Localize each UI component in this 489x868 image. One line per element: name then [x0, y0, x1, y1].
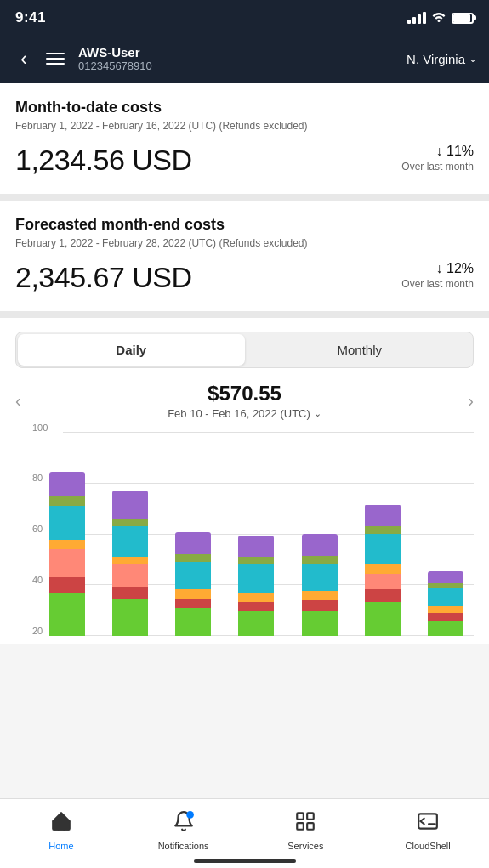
daily-toggle[interactable]: Daily	[18, 334, 245, 366]
bar-segment	[175, 608, 211, 636]
chevron-down-icon: ⌄	[469, 53, 477, 65]
app-header: ‹ AWS-User 012345678910 N. Virginia ⌄	[0, 34, 489, 83]
home-icon	[50, 810, 72, 837]
grid-icon	[294, 810, 316, 837]
home-indicator	[194, 859, 296, 863]
bar-segment	[49, 540, 85, 549]
nav-home[interactable]: Home	[0, 799, 122, 854]
bars-container	[39, 432, 474, 636]
bar-segment	[238, 593, 274, 602]
services-label: Services	[287, 841, 323, 851]
bar-segment	[365, 526, 401, 534]
mtd-percent: ↓ 11%	[401, 144, 474, 159]
mtd-over-last: Over last month	[401, 161, 474, 173]
bar-segment	[365, 505, 401, 526]
monthly-toggle[interactable]: Monthly	[247, 332, 474, 367]
bar-segment	[175, 554, 211, 562]
bar-stack	[302, 534, 338, 636]
bar-segment	[238, 536, 274, 557]
forecast-percent: ↓ 12%	[401, 261, 474, 276]
bar-stack	[175, 532, 211, 636]
bar-segment	[112, 491, 148, 519]
forecast-over-last: Over last month	[401, 278, 474, 290]
bar-segment	[112, 587, 148, 599]
period-toggle[interactable]: Daily Monthly	[15, 332, 474, 368]
bar-group	[355, 432, 411, 636]
bar-group	[228, 432, 284, 636]
bar-stack	[365, 504, 401, 636]
chart-date-chevron-icon[interactable]: ⌄	[314, 408, 321, 419]
status-time: 9:41	[15, 9, 46, 26]
svg-rect-1	[186, 811, 194, 819]
bar-group	[165, 432, 221, 636]
chart-prev-button[interactable]: ‹	[9, 384, 28, 417]
wifi-icon	[431, 10, 446, 26]
bar-segment	[175, 599, 211, 608]
bar-segment	[302, 591, 338, 600]
bar-segment	[238, 557, 274, 564]
bar-chart: 100 80 60 40 20	[0, 423, 489, 644]
notifications-label: Notifications	[158, 841, 209, 851]
chart-date-label: Feb 10 - Feb 16, 2022 (UTC)	[168, 407, 310, 420]
bar-segment	[238, 564, 274, 593]
menu-button[interactable]	[46, 53, 65, 65]
bar-segment	[428, 621, 463, 636]
bar-segment	[365, 564, 401, 574]
region-selector[interactable]: N. Virginia ⌄	[407, 52, 477, 66]
chart-amount: $570.55	[168, 382, 321, 406]
home-label: Home	[48, 841, 73, 851]
bar-segment	[238, 602, 274, 611]
bar-segment	[49, 496, 85, 506]
account-id: 012345678910	[78, 60, 396, 72]
bar-segment	[428, 606, 463, 612]
back-button[interactable]: ‹	[12, 47, 36, 71]
chart-title-block: $570.55 Feb 10 - Feb 16, 2022 (UTC) ⌄	[168, 382, 321, 420]
bar-segment	[112, 526, 148, 557]
cloudshell-label: CloudShell	[406, 841, 451, 851]
forecast-subtitle: February 1, 2022 - February 28, 2022 (UT…	[15, 237, 474, 249]
bar-segment	[175, 532, 211, 553]
bar-segment	[112, 557, 148, 564]
month-to-date-section: Month-to-date costs February 1, 2022 - F…	[0, 83, 489, 201]
bar-segment	[112, 599, 148, 636]
svg-rect-3	[308, 813, 315, 820]
mtd-subtitle: February 1, 2022 - February 16, 2022 (UT…	[15, 120, 474, 132]
signal-icon	[407, 12, 426, 24]
bar-segment	[175, 562, 211, 590]
nav-cloudshell[interactable]: CloudShell	[367, 799, 489, 854]
bar-segment	[302, 556, 338, 564]
bar-segment	[49, 593, 85, 636]
forecasted-section: Forecasted month-end costs February 1, 2…	[0, 201, 489, 318]
nav-notifications[interactable]: Notifications	[122, 799, 245, 854]
forecast-amount: 2,345.67 USD	[15, 261, 192, 294]
nav-services[interactable]: Services	[245, 799, 367, 854]
bar-segment	[302, 564, 338, 592]
bottom-nav: Home Notifications Services	[0, 798, 489, 868]
forecast-title: Forecasted month-end costs	[15, 216, 474, 234]
svg-rect-4	[298, 823, 304, 830]
status-icons	[407, 10, 474, 26]
region-label: N. Virginia	[407, 52, 465, 66]
bar-segment	[302, 611, 338, 636]
chart-section: Daily Monthly ‹ $570.55 Feb 10 - Feb 16,…	[0, 332, 489, 644]
status-bar: 9:41	[0, 0, 489, 34]
svg-rect-2	[298, 813, 304, 820]
username: AWS-User	[78, 45, 396, 60]
bar-stack	[238, 536, 274, 636]
chart-next-button[interactable]: ›	[461, 384, 480, 417]
bar-segment	[112, 564, 148, 586]
mtd-cost-row: 1,234.56 USD ↓ 11% Over last month	[15, 144, 474, 177]
svg-rect-5	[308, 823, 315, 830]
terminal-icon	[417, 810, 439, 837]
chart-header: ‹ $570.55 Feb 10 - Feb 16, 2022 (UTC) ⌄ …	[0, 368, 489, 423]
bar-segment	[365, 534, 401, 564]
bar-segment	[112, 519, 148, 526]
bar-segment	[365, 602, 401, 636]
bar-segment	[49, 506, 85, 540]
main-content: Month-to-date costs February 1, 2022 - F…	[0, 83, 489, 644]
bar-group	[418, 432, 474, 636]
chart-date-range: Feb 10 - Feb 16, 2022 (UTC) ⌄	[168, 407, 321, 420]
bar-segment	[238, 611, 274, 636]
bar-segment	[49, 472, 85, 496]
bar-group	[102, 432, 158, 636]
